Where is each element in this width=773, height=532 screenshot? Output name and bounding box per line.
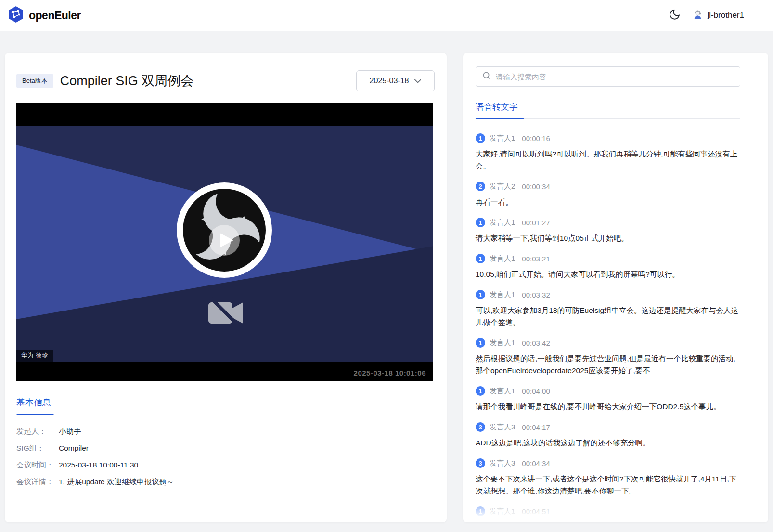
transcript-item[interactable]: 2 发言人2 00:00:34 再看一看。: [476, 182, 740, 208]
utterance-timestamp[interactable]: 00:03:21: [522, 255, 550, 263]
speaker-name: 发言人1: [490, 290, 515, 299]
transcript-item[interactable]: 1 发言人1 00:04:51: [476, 506, 740, 516]
active-tab-indicator: [476, 118, 524, 119]
meeting-date-select[interactable]: 2025-03-18: [356, 70, 435, 91]
moon-icon: [669, 8, 681, 23]
speaker-name: 发言人1: [490, 338, 515, 348]
page-title: Compiler SIG 双周例会: [60, 72, 194, 90]
transcript-item[interactable]: 1 发言人1 00:00:16 大家好,请问可以听到吗?可以听到。那我们再稍等几…: [476, 133, 740, 172]
info-value: 2025-03-18 10:00-11:30: [59, 460, 138, 470]
speaker-number-badge: 1: [476, 386, 485, 396]
video-player[interactable]: 华为 徐珍 2025-03-18 10:01:06: [16, 103, 433, 381]
top-header: openEuler jl-brother1: [0, 0, 773, 31]
video-timestamp: 2025-03-18 10:01:06: [354, 369, 426, 377]
utterance-text: 再看一看。: [476, 196, 740, 208]
username-label: jl-brother1: [707, 11, 744, 20]
info-label: SIG组：: [16, 443, 59, 453]
utterance-text: 10.05,咱们正式开始。请问大家可以看到我的屏幕吗?可以行。: [476, 268, 740, 280]
utterance-timestamp[interactable]: 00:03:32: [522, 291, 550, 299]
info-tabbar: 基本信息: [16, 397, 435, 415]
video-watermark: 华为 徐珍: [16, 350, 53, 362]
utterance-text: ADD这边是吧,这块的话我这边了解的还不够充分啊。: [476, 437, 740, 449]
info-value: 1. 进展update 欢迎继续申报议题～: [59, 477, 174, 487]
tab-basic-info[interactable]: 基本信息: [16, 397, 51, 408]
brand-name: openEuler: [29, 9, 81, 22]
info-row: 会议详情： 1. 进展update 欢迎继续申报议题～: [16, 477, 435, 487]
theme-toggle-button[interactable]: [668, 9, 682, 22]
speaker-name: 发言人2: [490, 182, 515, 191]
utterance-text: 请大家稍等一下,我们等到10点05正式开始吧。: [476, 232, 740, 244]
active-tab-indicator: [16, 414, 54, 415]
transcript-tabbar: 语音转文字: [476, 101, 740, 119]
speaker-number-badge: 1: [476, 506, 485, 516]
search-icon: [482, 71, 491, 82]
speaker-name: 发言人3: [490, 423, 515, 432]
chevron-down-icon: [414, 77, 421, 85]
video-frame: 华为 徐珍: [16, 126, 433, 362]
info-value: Compiler: [59, 443, 89, 453]
info-label: 会议时间：: [16, 460, 59, 470]
transcript-item[interactable]: 1 发言人1 00:03:32 可以,欢迎大家参加3月18的可防Euelsig组…: [476, 290, 740, 328]
avatar-icon: [692, 9, 703, 22]
speaker-number-badge: 1: [476, 218, 485, 227]
search-input[interactable]: [496, 73, 734, 81]
utterance-text: 然后根据议题的话,一般我们是要先过营业问题,但是最近有一个比较重要的活动,那个o…: [476, 352, 740, 376]
info-value: 小助手: [59, 427, 81, 436]
beta-version-badge: Beta版本: [16, 74, 53, 88]
transcript-list: 1 发言人1 00:00:16 大家好,请问可以听到吗?可以听到。那我们再稍等几…: [476, 133, 740, 516]
speaker-name: 发言人3: [490, 459, 515, 468]
speaker-number-badge: 2: [476, 182, 485, 191]
speaker-number-badge: 1: [476, 338, 485, 348]
info-label: 会议详情：: [16, 477, 59, 487]
speaker-name: 发言人1: [490, 254, 515, 263]
utterance-timestamp[interactable]: 00:00:34: [522, 182, 550, 191]
utterance-text: 可以,欢迎大家参加3月18的可防Euelsig组中立会。这边还是提醒大家在与会人…: [476, 304, 740, 328]
utterance-timestamp[interactable]: 00:01:27: [522, 219, 550, 227]
info-row: 发起人： 小助手: [16, 427, 435, 436]
play-button[interactable]: [208, 224, 241, 257]
info-row: 会议时间： 2025-03-18 10:00-11:30: [16, 460, 435, 470]
utterance-timestamp[interactable]: 00:04:17: [522, 423, 550, 431]
speaker-name: 发言人1: [490, 134, 515, 143]
basic-info-list: 发起人： 小助手 SIG组： Compiler 会议时间： 2025-03-18…: [16, 427, 435, 487]
transcript-item[interactable]: 1 发言人1 00:04:00 请那个我看川峰哥是在线的,要不川峰哥给大家介绍一…: [476, 386, 740, 413]
speaker-number-badge: 1: [476, 133, 485, 143]
transcript-item[interactable]: 3 发言人3 00:04:17 ADD这边是吧,这块的话我这边了解的还不够充分啊…: [476, 422, 740, 449]
utterance-timestamp[interactable]: 00:00:16: [522, 134, 550, 143]
utterance-timestamp[interactable]: 00:04:34: [522, 459, 550, 467]
openeuler-logo[interactable]: openEuler: [7, 5, 81, 26]
utterance-text: 大家好,请问可以听到吗?可以听到。那我们再稍等几分钟,可能有些同事还没有上会。: [476, 148, 740, 172]
speaker-number-badge: 1: [476, 290, 485, 299]
transcript-item[interactable]: 1 发言人1 00:03:42 然后根据议题的话,一般我们是要先过营业问题,但是…: [476, 338, 740, 376]
info-row: SIG组： Compiler: [16, 443, 435, 453]
utterance-timestamp[interactable]: 00:04:51: [522, 507, 550, 516]
speaker-name: 发言人1: [490, 387, 515, 396]
speaker-number-badge: 1: [476, 254, 485, 263]
openeuler-hexagon-icon: [7, 5, 25, 26]
speaker-name: 发言人1: [490, 507, 515, 516]
utterance-timestamp[interactable]: 00:03:42: [522, 339, 550, 347]
selected-date: 2025-03-18: [370, 77, 409, 85]
transcript-search[interactable]: [476, 66, 740, 87]
speaker-number-badge: 3: [476, 458, 485, 468]
utterance-text: 请那个我看川峰哥是在线的,要不川峰哥给大家介绍一下ODD2.5这个事儿。: [476, 401, 740, 413]
info-label: 发起人：: [16, 427, 59, 436]
transcript-item[interactable]: 1 发言人1 00:01:27 请大家稍等一下,我们等到10点05正式开始吧。: [476, 218, 740, 244]
speaker-number-badge: 3: [476, 422, 485, 432]
tab-speech-to-text[interactable]: 语音转文字: [476, 101, 518, 113]
camera-off-icon: [205, 292, 247, 334]
transcript-panel: 语音转文字 1 发言人1 00:00:16 大家好,请问可以听到吗?可以听到。那…: [463, 53, 768, 522]
user-menu[interactable]: jl-brother1: [692, 9, 744, 22]
utterance-timestamp[interactable]: 00:04:00: [522, 387, 550, 395]
meeting-panel: Beta版本 Compiler SIG 双周例会 2025-03-18: [5, 53, 447, 522]
transcript-item[interactable]: 1 发言人1 00:03:21 10.05,咱们正式开始。请问大家可以看到我的屏…: [476, 254, 740, 280]
transcript-item[interactable]: 3 发言人3 00:04:34 这个要不下次来讲一下,或者这个是这个时间?下次可…: [476, 458, 740, 497]
utterance-text: 这个要不下次来讲一下,或者这个是这个时间?下次可能它很快就开了,4月11日,下次…: [476, 473, 740, 497]
speaker-name: 发言人1: [490, 218, 515, 227]
